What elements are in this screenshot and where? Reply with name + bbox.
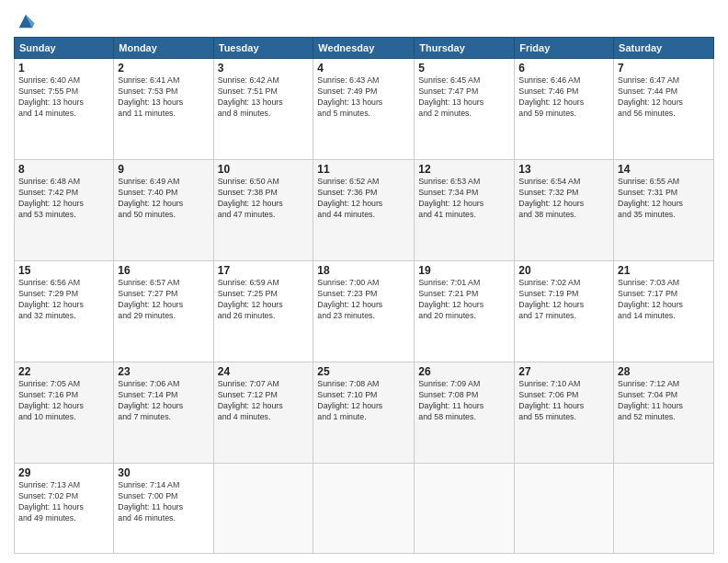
calendar-header-row: SundayMondayTuesdayWednesdayThursdayFrid… <box>15 38 714 59</box>
calendar-cell: 6Sunrise: 6:46 AMSunset: 7:46 PMDaylight… <box>515 59 614 160</box>
day-info: Sunrise: 7:08 AMSunset: 7:10 PMDaylight:… <box>317 379 410 423</box>
day-number: 26 <box>418 365 510 378</box>
calendar-week-4: 22Sunrise: 7:05 AMSunset: 7:16 PMDayligh… <box>15 362 714 463</box>
calendar-cell <box>614 463 714 553</box>
day-info: Sunrise: 6:56 AMSunset: 7:29 PMDaylight:… <box>18 278 109 322</box>
day-number: 16 <box>118 264 209 277</box>
day-info: Sunrise: 6:55 AMSunset: 7:31 PMDaylight:… <box>618 177 710 221</box>
day-info: Sunrise: 7:14 AMSunset: 7:00 PMDaylight:… <box>118 480 209 524</box>
day-number: 13 <box>518 163 609 176</box>
day-number: 10 <box>218 163 310 176</box>
day-info: Sunrise: 7:12 AMSunset: 7:04 PMDaylight:… <box>618 379 710 423</box>
day-number: 25 <box>317 365 410 378</box>
day-number: 11 <box>317 163 410 176</box>
calendar-cell: 12Sunrise: 6:53 AMSunset: 7:34 PMDayligh… <box>415 159 515 260</box>
calendar-cell: 16Sunrise: 6:57 AMSunset: 7:27 PMDayligh… <box>114 260 213 362</box>
calendar-cell: 25Sunrise: 7:08 AMSunset: 7:10 PMDayligh… <box>313 362 415 463</box>
day-number: 28 <box>618 365 710 378</box>
col-header-tuesday: Tuesday <box>213 38 313 59</box>
day-info: Sunrise: 6:48 AMSunset: 7:42 PMDaylight:… <box>18 177 109 221</box>
day-number: 24 <box>218 365 310 378</box>
calendar-cell: 17Sunrise: 6:59 AMSunset: 7:25 PMDayligh… <box>213 260 313 362</box>
calendar-cell: 9Sunrise: 6:49 AMSunset: 7:40 PMDaylight… <box>114 159 213 260</box>
calendar-cell: 22Sunrise: 7:05 AMSunset: 7:16 PMDayligh… <box>15 362 114 463</box>
day-number: 27 <box>518 365 609 378</box>
calendar-cell: 19Sunrise: 7:01 AMSunset: 7:21 PMDayligh… <box>415 260 515 362</box>
day-info: Sunrise: 6:46 AMSunset: 7:46 PMDaylight:… <box>518 75 609 120</box>
day-info: Sunrise: 7:05 AMSunset: 7:16 PMDaylight:… <box>18 379 109 423</box>
day-number: 30 <box>118 466 209 479</box>
calendar-table: SundayMondayTuesdayWednesdayThursdayFrid… <box>14 37 714 554</box>
calendar-cell: 15Sunrise: 6:56 AMSunset: 7:29 PMDayligh… <box>15 260 114 362</box>
calendar-cell: 13Sunrise: 6:54 AMSunset: 7:32 PMDayligh… <box>515 159 614 260</box>
calendar-week-1: 1Sunrise: 6:40 AMSunset: 7:55 PMDaylight… <box>15 59 714 160</box>
col-header-sunday: Sunday <box>15 38 114 59</box>
calendar-cell: 4Sunrise: 6:43 AMSunset: 7:49 PMDaylight… <box>313 59 415 160</box>
day-info: Sunrise: 6:47 AMSunset: 7:44 PMDaylight:… <box>618 75 710 120</box>
calendar-cell: 24Sunrise: 7:07 AMSunset: 7:12 PMDayligh… <box>213 362 313 463</box>
day-number: 5 <box>418 62 510 75</box>
day-number: 4 <box>317 62 410 75</box>
day-info: Sunrise: 6:41 AMSunset: 7:53 PMDaylight:… <box>118 75 209 120</box>
col-header-saturday: Saturday <box>614 38 714 59</box>
day-number: 19 <box>418 264 510 277</box>
day-number: 6 <box>518 62 609 75</box>
day-number: 12 <box>418 163 510 176</box>
day-info: Sunrise: 6:45 AMSunset: 7:47 PMDaylight:… <box>418 75 510 120</box>
calendar-cell: 29Sunrise: 7:13 AMSunset: 7:02 PMDayligh… <box>15 463 114 553</box>
calendar-cell: 7Sunrise: 6:47 AMSunset: 7:44 PMDaylight… <box>614 59 714 160</box>
day-number: 9 <box>118 163 209 176</box>
day-info: Sunrise: 6:59 AMSunset: 7:25 PMDaylight:… <box>218 278 310 322</box>
day-number: 1 <box>18 62 109 75</box>
page: SundayMondayTuesdayWednesdayThursdayFrid… <box>0 0 728 563</box>
day-info: Sunrise: 7:01 AMSunset: 7:21 PMDaylight:… <box>418 278 510 322</box>
calendar-cell <box>415 463 515 553</box>
day-info: Sunrise: 7:10 AMSunset: 7:06 PMDaylight:… <box>518 379 609 423</box>
day-info: Sunrise: 6:49 AMSunset: 7:40 PMDaylight:… <box>118 177 209 221</box>
day-info: Sunrise: 6:54 AMSunset: 7:32 PMDaylight:… <box>518 177 609 221</box>
day-info: Sunrise: 6:43 AMSunset: 7:49 PMDaylight:… <box>317 75 410 120</box>
day-number: 3 <box>218 62 310 75</box>
calendar-week-5: 29Sunrise: 7:13 AMSunset: 7:02 PMDayligh… <box>15 463 714 553</box>
calendar-cell: 26Sunrise: 7:09 AMSunset: 7:08 PMDayligh… <box>415 362 515 463</box>
day-number: 18 <box>317 264 410 277</box>
day-number: 29 <box>18 466 109 479</box>
day-number: 14 <box>618 163 710 176</box>
day-number: 7 <box>618 62 710 75</box>
day-number: 2 <box>118 62 209 75</box>
day-info: Sunrise: 7:07 AMSunset: 7:12 PMDaylight:… <box>218 379 310 423</box>
day-info: Sunrise: 7:13 AMSunset: 7:02 PMDaylight:… <box>18 480 109 524</box>
calendar-cell: 27Sunrise: 7:10 AMSunset: 7:06 PMDayligh… <box>515 362 614 463</box>
logo <box>14 13 36 31</box>
day-info: Sunrise: 7:09 AMSunset: 7:08 PMDaylight:… <box>418 379 510 423</box>
day-info: Sunrise: 6:52 AMSunset: 7:36 PMDaylight:… <box>317 177 410 221</box>
col-header-monday: Monday <box>114 38 213 59</box>
day-info: Sunrise: 7:06 AMSunset: 7:14 PMDaylight:… <box>118 379 209 423</box>
logo-text <box>14 13 36 31</box>
calendar-cell <box>515 463 614 553</box>
calendar-cell: 30Sunrise: 7:14 AMSunset: 7:00 PMDayligh… <box>114 463 213 553</box>
day-info: Sunrise: 6:42 AMSunset: 7:51 PMDaylight:… <box>218 75 310 120</box>
col-header-wednesday: Wednesday <box>313 38 415 59</box>
day-number: 8 <box>18 163 109 176</box>
calendar-cell: 8Sunrise: 6:48 AMSunset: 7:42 PMDaylight… <box>15 159 114 260</box>
col-header-thursday: Thursday <box>415 38 515 59</box>
calendar-cell: 5Sunrise: 6:45 AMSunset: 7:47 PMDaylight… <box>415 59 515 160</box>
calendar-week-3: 15Sunrise: 6:56 AMSunset: 7:29 PMDayligh… <box>15 260 714 362</box>
day-number: 20 <box>518 264 609 277</box>
calendar-cell <box>213 463 313 553</box>
day-info: Sunrise: 6:57 AMSunset: 7:27 PMDaylight:… <box>118 278 209 322</box>
calendar-cell: 14Sunrise: 6:55 AMSunset: 7:31 PMDayligh… <box>614 159 714 260</box>
calendar-cell: 10Sunrise: 6:50 AMSunset: 7:38 PMDayligh… <box>213 159 313 260</box>
day-number: 21 <box>618 264 710 277</box>
calendar-cell: 1Sunrise: 6:40 AMSunset: 7:55 PMDaylight… <box>15 59 114 160</box>
header <box>14 9 714 31</box>
day-number: 17 <box>218 264 310 277</box>
calendar-week-2: 8Sunrise: 6:48 AMSunset: 7:42 PMDaylight… <box>15 159 714 260</box>
calendar-cell <box>313 463 415 553</box>
calendar-cell: 18Sunrise: 7:00 AMSunset: 7:23 PMDayligh… <box>313 260 415 362</box>
day-info: Sunrise: 6:50 AMSunset: 7:38 PMDaylight:… <box>218 177 310 221</box>
day-number: 22 <box>18 365 109 378</box>
day-number: 15 <box>18 264 109 277</box>
day-number: 23 <box>118 365 209 378</box>
